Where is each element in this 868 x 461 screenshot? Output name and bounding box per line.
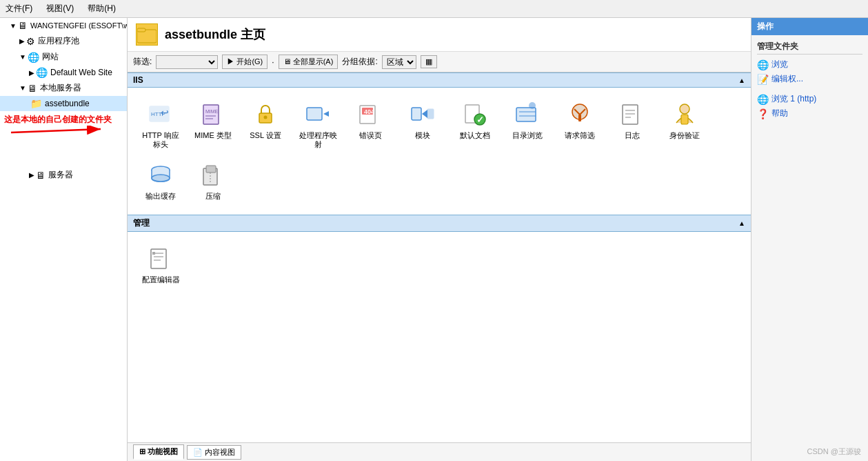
group-by-label: 分组依据: <box>342 56 377 68</box>
edit-perms-label: 编辑权... <box>771 73 803 85</box>
tab-feature-view[interactable]: ⊞ 功能视图 <box>133 444 184 460</box>
mgmt-collapse-button[interactable]: ▲ <box>738 219 745 227</box>
mime-label: MIME 类型 <box>194 131 232 140</box>
iis-section: IIS ▲ HTTP↩ HTTP 响应标头 <box>128 72 751 442</box>
icon-config-editor[interactable]: 配置编辑器 <box>136 240 185 289</box>
server-label: WANGTENGFEI (ESSOFT\w <box>30 21 127 30</box>
icon-log[interactable]: 日志 <box>607 96 657 154</box>
http-response-icon: HTTP↩ <box>147 101 174 128</box>
sidebar-item-assetbundle[interactable]: 📁 assetbundle <box>0 96 127 111</box>
request-filter-icon <box>566 101 594 128</box>
start-button[interactable]: ▶ 开始(G) <box>222 55 268 69</box>
icon-modules[interactable]: 模块 <box>398 96 447 154</box>
svg-point-37 <box>152 175 170 182</box>
view-button[interactable]: ▦ <box>421 55 437 68</box>
assetbundle-label: assetbundle <box>45 99 90 108</box>
main-layout: ▼ 🖥 WANGTENGFEI (ESSOFT\w ▶ ⚙ 应用程序池 ▼ 🌐 … <box>0 18 868 461</box>
compress-label: 压缩 <box>205 192 221 201</box>
sidebar-item-serverfolder[interactable]: ▶ 🖥 服务器 <box>0 167 127 183</box>
log-label: 日志 <box>625 131 640 140</box>
icon-auth[interactable]: 身份验证 <box>660 96 709 154</box>
icon-error-pages[interactable]: 404 错误页 <box>345 96 395 154</box>
svg-text:404: 404 <box>364 108 374 115</box>
ssl-icon <box>252 101 279 128</box>
show-all-button[interactable]: 🖥 全部显示(A) <box>279 55 339 69</box>
svg-text:✓: ✓ <box>476 115 484 125</box>
filter-select[interactable] <box>156 55 218 69</box>
menu-bar: 文件(F) 视图(V) 帮助(H) <box>0 0 868 18</box>
expand-icon-defaultweb: ▶ <box>29 69 34 77</box>
right-panel: 操作 管理文件夹 🌐 浏览 📝 编辑权... 🌐 浏览 1 <box>751 18 868 461</box>
menu-file[interactable]: 文件(F) <box>3 1 35 16</box>
sidebar-item-defaultweb[interactable]: ▶ 🌐 Default Web Site <box>0 65 127 80</box>
bottom-tabs: ⊞ 功能视图 📄 内容视图 <box>128 442 751 461</box>
icon-default-doc[interactable]: ✓ 默认文档 <box>450 96 500 154</box>
svg-marker-19 <box>422 110 427 118</box>
icon-compress[interactable]: 压缩 <box>188 157 238 206</box>
right-panel-edit-permissions[interactable]: 📝 编辑权... <box>757 72 862 86</box>
svg-rect-39 <box>206 166 216 173</box>
assetbundle-icon: 📁 <box>30 98 42 109</box>
svg-rect-45 <box>152 252 155 255</box>
browse-http-icon: 🌐 <box>757 94 769 105</box>
apppool-label: 应用程序池 <box>38 35 79 47</box>
sidebar-item-localserver[interactable]: ▼ 🖥 本地服务器 <box>0 80 127 96</box>
annotation-arrow-container <box>4 126 123 167</box>
icon-output-cache[interactable]: 输出缓存 <box>136 157 185 206</box>
icon-request-filter[interactable]: 请求筛选 <box>555 96 605 154</box>
content-view-icon: 📄 <box>193 448 203 457</box>
right-panel-browse-http[interactable]: 🌐 浏览 1 (http) <box>757 92 862 106</box>
handler-icon <box>304 101 332 128</box>
localserver-icon: 🖥 <box>28 83 37 94</box>
right-panel-section-browse: 🌐 浏览 1 (http) ❓ 帮助 <box>751 89 868 124</box>
apppool-icon: ⚙ <box>26 36 35 47</box>
sidebar-item-websites[interactable]: ▼ 🌐 网站 <box>0 49 127 65</box>
content-area: assetbundle 主页 筛选: ▶ 开始(G) · 🖥 全部显示(A) 分… <box>128 18 751 461</box>
icon-mime-types[interactable]: MIME MIME 类型 <box>188 96 238 154</box>
icon-ssl[interactable]: SSL 设置 <box>241 96 290 154</box>
page-title-icon <box>136 23 158 46</box>
iis-section-header: IIS ▲ <box>128 72 751 88</box>
config-editor-icon <box>147 245 174 273</box>
output-cache-label: 输出缓存 <box>145 192 176 201</box>
right-panel-browse[interactable]: 🌐 浏览 <box>757 57 862 72</box>
filter-bar: 筛选: ▶ 开始(G) · 🖥 全部显示(A) 分组依据: 区域 ▦ <box>128 52 751 72</box>
handler-label: 处理程序映射 <box>296 131 339 149</box>
expand-icon-server: ▼ <box>10 22 17 30</box>
help-label: 帮助 <box>771 108 788 119</box>
localserver-label: 本地服务器 <box>40 82 81 94</box>
group-by-select[interactable]: 区域 <box>382 55 416 69</box>
menu-view[interactable]: 视图(V) <box>43 1 77 16</box>
menu-help[interactable]: 帮助(H) <box>85 1 119 16</box>
auth-label: 身份验证 <box>669 131 700 140</box>
svg-rect-20 <box>427 109 434 119</box>
icon-http-response[interactable]: HTTP↩ HTTP 响应标头 <box>136 96 185 154</box>
dir-browse-label: 目录浏览 <box>512 131 543 140</box>
sidebar-item-server[interactable]: ▼ 🖥 WANGTENGFEI (ESSOFT\w <box>0 18 127 33</box>
browse-http-label: 浏览 1 (http) <box>771 93 816 105</box>
mime-icon: MIME <box>199 101 227 128</box>
defaultweb-label: Default Web Site <box>50 68 112 77</box>
defaultweb-icon: 🌐 <box>36 67 48 78</box>
svg-rect-3 <box>137 28 145 32</box>
sidebar-item-apppool[interactable]: ▶ ⚙ 应用程序池 <box>0 33 127 49</box>
server-icon: 🖥 <box>18 20 28 31</box>
auth-icon <box>671 101 698 128</box>
feature-view-label: 功能视图 <box>148 447 178 457</box>
right-panel-section-manage: 管理文件夹 🌐 浏览 📝 编辑权... <box>751 35 868 89</box>
tab-content-view[interactable]: 📄 内容视图 <box>187 445 241 460</box>
mgmt-icons-grid: 配置编辑器 <box>128 235 751 295</box>
serverfolder-icon: 🖥 <box>36 170 46 181</box>
right-panel-help[interactable]: ❓ 帮助 <box>757 106 862 121</box>
iis-collapse-button[interactable]: ▲ <box>738 77 745 84</box>
annotation-area: 这是本地的自己创建的文件夹 <box>0 111 127 167</box>
icon-dir-browse[interactable]: 目录浏览 <box>503 96 552 154</box>
icon-handler[interactable]: 处理程序映射 <box>293 96 343 154</box>
right-panel-manage-title: 管理文件夹 <box>757 38 862 55</box>
browse-icon: 🌐 <box>757 59 769 70</box>
iis-icons-grid: HTTP↩ HTTP 响应标头 MIME MIME 类型 <box>128 90 751 212</box>
annotation-arrow-svg <box>4 126 114 167</box>
edit-perms-icon: 📝 <box>757 74 769 85</box>
default-doc-label: 默认文档 <box>460 131 490 140</box>
page-title: assetbundle 主页 <box>165 26 265 43</box>
